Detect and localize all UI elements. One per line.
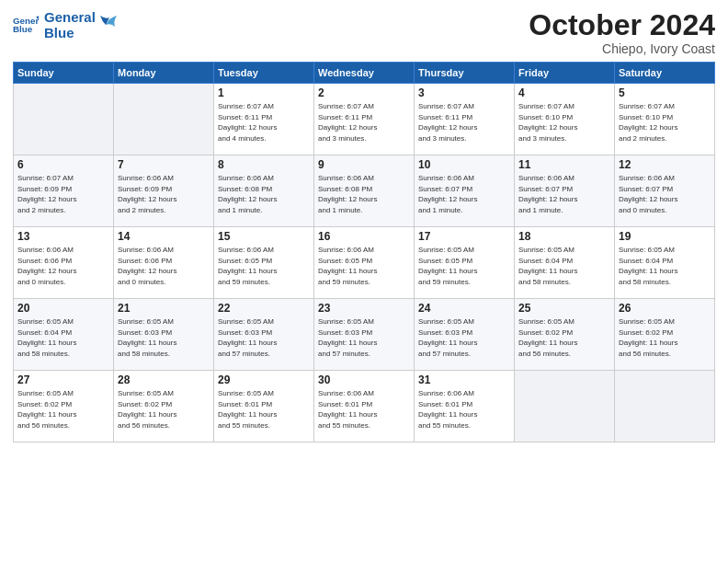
weekday-header-monday: Monday — [114, 63, 214, 84]
calendar-cell: 30Sunrise: 6:06 AM Sunset: 6:01 PM Dayli… — [314, 371, 415, 442]
day-info: Sunrise: 6:06 AM Sunset: 6:06 PM Dayligh… — [118, 245, 210, 287]
calendar-cell: 24Sunrise: 6:05 AM Sunset: 6:03 PM Dayli… — [415, 299, 515, 371]
day-info: Sunrise: 6:06 AM Sunset: 6:05 PM Dayligh… — [318, 245, 410, 287]
week-row-3: 20Sunrise: 6:05 AM Sunset: 6:04 PM Dayli… — [14, 299, 715, 371]
calendar-cell: 12Sunrise: 6:06 AM Sunset: 6:07 PM Dayli… — [615, 155, 715, 227]
day-number: 7 — [118, 158, 210, 171]
calendar-cell: 31Sunrise: 6:06 AM Sunset: 6:01 PM Dayli… — [415, 371, 515, 442]
calendar-cell: 19Sunrise: 6:05 AM Sunset: 6:04 PM Dayli… — [615, 227, 715, 299]
day-number: 8 — [218, 158, 310, 171]
location-subtitle: Chiepo, Ivory Coast — [529, 41, 715, 56]
logo-bird-icon: General Blue — [13, 12, 39, 38]
calendar-cell — [515, 371, 615, 442]
day-number: 9 — [318, 158, 410, 171]
day-info: Sunrise: 6:05 AM Sunset: 6:03 PM Dayligh… — [118, 316, 210, 359]
day-number: 11 — [518, 158, 610, 171]
calendar-cell: 15Sunrise: 6:06 AM Sunset: 6:05 PM Dayli… — [214, 227, 314, 299]
day-number: 28 — [118, 373, 210, 386]
day-number: 27 — [17, 373, 109, 386]
day-info: Sunrise: 6:05 AM Sunset: 6:05 PM Dayligh… — [418, 245, 510, 287]
day-number: 25 — [518, 302, 610, 315]
day-number: 31 — [418, 373, 510, 386]
calendar-cell: 14Sunrise: 6:06 AM Sunset: 6:06 PM Dayli… — [114, 227, 214, 299]
calendar-table: SundayMondayTuesdayWednesdayThursdayFrid… — [13, 62, 715, 442]
logo-blue-text: Blue — [44, 25, 96, 40]
day-number: 12 — [619, 158, 711, 171]
week-row-1: 6Sunrise: 6:07 AM Sunset: 6:09 PM Daylig… — [14, 155, 715, 227]
weekday-header-thursday: Thursday — [415, 63, 515, 84]
day-info: Sunrise: 6:06 AM Sunset: 6:01 PM Dayligh… — [418, 388, 510, 431]
day-info: Sunrise: 6:07 AM Sunset: 6:11 PM Dayligh… — [418, 101, 510, 144]
day-number: 14 — [118, 230, 210, 243]
calendar-cell: 28Sunrise: 6:05 AM Sunset: 6:02 PM Dayli… — [114, 371, 214, 442]
day-info: Sunrise: 6:05 AM Sunset: 6:02 PM Dayligh… — [518, 316, 610, 359]
day-number: 5 — [619, 86, 711, 99]
calendar-cell: 11Sunrise: 6:06 AM Sunset: 6:07 PM Dayli… — [515, 155, 615, 227]
day-info: Sunrise: 6:05 AM Sunset: 6:02 PM Dayligh… — [619, 316, 711, 359]
day-info: Sunrise: 6:06 AM Sunset: 6:08 PM Dayligh… — [318, 173, 410, 215]
calendar-header: SundayMondayTuesdayWednesdayThursdayFrid… — [14, 63, 715, 84]
day-info: Sunrise: 6:06 AM Sunset: 6:06 PM Dayligh… — [17, 245, 109, 287]
calendar-cell: 6Sunrise: 6:07 AM Sunset: 6:09 PM Daylig… — [14, 155, 114, 227]
day-info: Sunrise: 6:05 AM Sunset: 6:04 PM Dayligh… — [17, 316, 109, 359]
day-number: 4 — [518, 86, 610, 99]
calendar-cell: 7Sunrise: 6:06 AM Sunset: 6:09 PM Daylig… — [114, 155, 214, 227]
day-info: Sunrise: 6:07 AM Sunset: 6:11 PM Dayligh… — [218, 101, 310, 144]
calendar-cell: 1Sunrise: 6:07 AM Sunset: 6:11 PM Daylig… — [214, 84, 314, 155]
calendar-cell: 17Sunrise: 6:05 AM Sunset: 6:05 PM Dayli… — [415, 227, 515, 299]
calendar-cell: 13Sunrise: 6:06 AM Sunset: 6:06 PM Dayli… — [14, 227, 114, 299]
calendar-cell: 2Sunrise: 6:07 AM Sunset: 6:11 PM Daylig… — [314, 84, 415, 155]
day-info: Sunrise: 6:06 AM Sunset: 6:09 PM Dayligh… — [118, 173, 210, 215]
week-row-2: 13Sunrise: 6:06 AM Sunset: 6:06 PM Dayli… — [14, 227, 715, 299]
calendar-cell: 18Sunrise: 6:05 AM Sunset: 6:04 PM Dayli… — [515, 227, 615, 299]
calendar-container: General Blue General Blue — [0, 0, 728, 563]
calendar-cell: 22Sunrise: 6:05 AM Sunset: 6:03 PM Dayli… — [214, 299, 314, 371]
day-number: 17 — [418, 230, 510, 243]
day-info: Sunrise: 6:07 AM Sunset: 6:10 PM Dayligh… — [619, 101, 711, 144]
day-info: Sunrise: 6:06 AM Sunset: 6:08 PM Dayligh… — [218, 173, 310, 215]
weekday-header-wednesday: Wednesday — [314, 63, 415, 84]
day-info: Sunrise: 6:05 AM Sunset: 6:03 PM Dayligh… — [318, 316, 410, 359]
day-number: 3 — [418, 86, 510, 99]
weekday-header-friday: Friday — [515, 63, 615, 84]
logo: General Blue General Blue — [13, 9, 117, 41]
day-number: 26 — [619, 302, 711, 315]
day-number: 24 — [418, 302, 510, 315]
day-number: 15 — [218, 230, 310, 243]
weekday-header-sunday: Sunday — [14, 63, 114, 84]
day-info: Sunrise: 6:06 AM Sunset: 6:01 PM Dayligh… — [318, 388, 410, 431]
day-number: 19 — [619, 230, 711, 243]
calendar-cell: 27Sunrise: 6:05 AM Sunset: 6:02 PM Dayli… — [14, 371, 114, 442]
calendar-cell: 23Sunrise: 6:05 AM Sunset: 6:03 PM Dayli… — [314, 299, 415, 371]
day-info: Sunrise: 6:05 AM Sunset: 6:03 PM Dayligh… — [218, 316, 310, 359]
day-info: Sunrise: 6:07 AM Sunset: 6:10 PM Dayligh… — [518, 101, 610, 144]
calendar-cell: 16Sunrise: 6:06 AM Sunset: 6:05 PM Dayli… — [314, 227, 415, 299]
day-info: Sunrise: 6:06 AM Sunset: 6:05 PM Dayligh… — [218, 245, 310, 287]
calendar-body: 1Sunrise: 6:07 AM Sunset: 6:11 PM Daylig… — [14, 84, 715, 442]
week-row-4: 27Sunrise: 6:05 AM Sunset: 6:02 PM Dayli… — [14, 371, 715, 442]
title-block: October 2024 Chiepo, Ivory Coast — [529, 9, 715, 56]
month-title: October 2024 — [529, 9, 715, 41]
header: General Blue General Blue — [13, 9, 715, 56]
calendar-cell: 9Sunrise: 6:06 AM Sunset: 6:08 PM Daylig… — [314, 155, 415, 227]
calendar-cell: 29Sunrise: 6:05 AM Sunset: 6:01 PM Dayli… — [214, 371, 314, 442]
calendar-cell: 3Sunrise: 6:07 AM Sunset: 6:11 PM Daylig… — [415, 84, 515, 155]
day-info: Sunrise: 6:05 AM Sunset: 6:03 PM Dayligh… — [418, 316, 510, 359]
day-info: Sunrise: 6:05 AM Sunset: 6:02 PM Dayligh… — [118, 388, 210, 431]
day-number: 23 — [318, 302, 410, 315]
svg-text:Blue: Blue — [13, 25, 33, 35]
day-number: 22 — [218, 302, 310, 315]
day-number: 18 — [518, 230, 610, 243]
day-number: 29 — [218, 373, 310, 386]
weekday-header-row: SundayMondayTuesdayWednesdayThursdayFrid… — [14, 63, 715, 84]
weekday-header-saturday: Saturday — [615, 63, 715, 84]
day-number: 16 — [318, 230, 410, 243]
calendar-cell: 26Sunrise: 6:05 AM Sunset: 6:02 PM Dayli… — [615, 299, 715, 371]
day-number: 10 — [418, 158, 510, 171]
calendar-cell: 21Sunrise: 6:05 AM Sunset: 6:03 PM Dayli… — [114, 299, 214, 371]
calendar-cell: 10Sunrise: 6:06 AM Sunset: 6:07 PM Dayli… — [415, 155, 515, 227]
calendar-cell — [14, 84, 114, 155]
day-info: Sunrise: 6:06 AM Sunset: 6:07 PM Dayligh… — [619, 173, 711, 215]
week-row-0: 1Sunrise: 6:07 AM Sunset: 6:11 PM Daylig… — [14, 84, 715, 155]
day-number: 20 — [17, 302, 109, 315]
